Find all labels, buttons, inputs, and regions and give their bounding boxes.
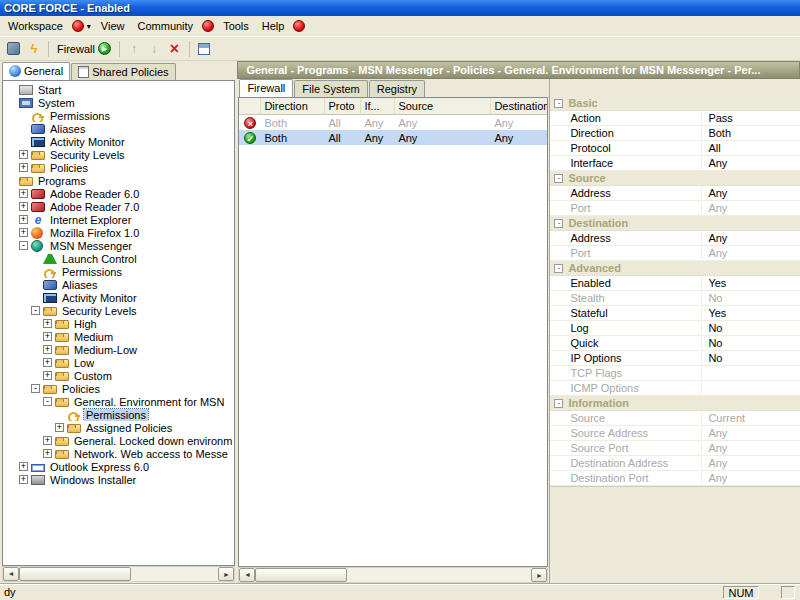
column-header-proto[interactable]: Proto	[325, 98, 361, 115]
tree-item[interactable]: -Policies	[3, 382, 234, 395]
menu-tools[interactable]: Tools	[217, 17, 255, 35]
property-row[interactable]: PortAny	[550, 246, 800, 261]
scroll-track[interactable]	[255, 568, 531, 582]
expand-icon[interactable]: +	[43, 319, 52, 328]
menu-workspace[interactable]: Workspace	[2, 17, 69, 35]
options-button[interactable]	[4, 40, 23, 57]
scroll-thumb[interactable]	[255, 568, 347, 582]
firewall-mode-button[interactable]: Firewall▶	[54, 40, 114, 57]
tree-item[interactable]: Aliases	[3, 122, 234, 135]
expand-icon[interactable]: +	[19, 202, 28, 211]
property-row[interactable]: StealthNo	[550, 291, 800, 306]
expand-icon[interactable]: +	[19, 462, 28, 471]
tab-registry[interactable]: Registry	[369, 80, 425, 97]
collapse-icon[interactable]: -	[554, 399, 563, 408]
property-group-information[interactable]: -Information	[550, 396, 800, 411]
red-status-icon[interactable]	[202, 20, 214, 32]
column-header-source[interactable]: Source	[395, 98, 491, 115]
expand-icon[interactable]: +	[43, 449, 52, 458]
property-row[interactable]: AddressAny	[550, 231, 800, 246]
red-status-icon[interactable]	[72, 20, 84, 32]
property-row[interactable]: LogNo	[550, 321, 800, 336]
tree-item[interactable]: +Assigned Policies	[3, 421, 234, 434]
property-row[interactable]: Destination AddressAny	[550, 456, 800, 471]
expand-icon[interactable]: +	[19, 228, 28, 237]
scroll-left-button[interactable]	[3, 567, 19, 581]
column-header-direction[interactable]: Direction	[261, 98, 325, 115]
expand-icon[interactable]: +	[43, 371, 52, 380]
tree-item[interactable]: Permissions	[3, 109, 234, 122]
collapse-icon[interactable]: -	[554, 219, 563, 228]
tree-item[interactable]: System	[3, 96, 234, 109]
tree-item[interactable]: +Low	[3, 356, 234, 369]
tree-item[interactable]: +Windows Installer	[3, 473, 234, 486]
property-row[interactable]: StatefulYes	[550, 306, 800, 321]
collapse-icon[interactable]: -	[43, 397, 52, 406]
expand-icon[interactable]: +	[19, 475, 28, 484]
tree-item[interactable]: Aliases	[3, 278, 234, 291]
tree-item[interactable]: +Outlook Express 6.0	[3, 460, 234, 473]
scroll-left-button[interactable]	[239, 568, 255, 582]
tree-item[interactable]: +Medium-Low	[3, 343, 234, 356]
tree-item[interactable]: +High	[3, 317, 234, 330]
tree-item[interactable]: +Internet Explorer	[3, 213, 234, 226]
property-group-source[interactable]: -Source	[550, 171, 800, 186]
tree-item[interactable]: -General. Environment for MSN	[3, 395, 234, 408]
delete-button[interactable]: ×	[165, 40, 184, 57]
scroll-right-button[interactable]	[531, 568, 547, 582]
expand-icon[interactable]: +	[43, 345, 52, 354]
property-group-destination[interactable]: -Destination	[550, 216, 800, 231]
column-header-if[interactable]: If...	[361, 98, 395, 115]
report-button[interactable]	[195, 41, 213, 57]
property-row[interactable]: ProtocolAll	[550, 141, 800, 156]
collapse-icon[interactable]: -	[31, 384, 40, 393]
tree-item[interactable]: Launch Control	[3, 252, 234, 265]
tree-item[interactable]: +Adobe Reader 7.0	[3, 200, 234, 213]
apply-button[interactable]: ϟ	[25, 39, 43, 58]
tree-item[interactable]: Activity Monitor	[3, 291, 234, 304]
tab-shared-policies[interactable]: Shared Policies	[71, 63, 175, 80]
property-row[interactable]: AddressAny	[550, 186, 800, 201]
table-horizontal-scrollbar[interactable]	[238, 567, 548, 583]
property-row[interactable]: SourceCurrent	[550, 411, 800, 426]
dropdown-arrow-icon[interactable]: ▾	[87, 22, 91, 31]
expand-icon[interactable]: +	[55, 423, 64, 432]
collapse-icon[interactable]: -	[19, 241, 28, 250]
tree-item[interactable]: Permissions	[3, 408, 234, 421]
scroll-track[interactable]	[19, 567, 218, 581]
expand-icon[interactable]: +	[43, 436, 52, 445]
column-header-icon[interactable]	[239, 98, 261, 115]
table-row[interactable]: ×BothAllAnyAnyAny	[239, 115, 547, 130]
expand-icon[interactable]: +	[43, 358, 52, 367]
tree-item[interactable]: Permissions	[3, 265, 234, 278]
tree-item[interactable]: +Network. Web access to Messe	[3, 447, 234, 460]
tree-item[interactable]: +Custom	[3, 369, 234, 382]
tab-firewall[interactable]: Firewall	[239, 79, 293, 97]
table-row[interactable]: ✓BothAllAnyAnyAny	[239, 130, 547, 145]
tree-item[interactable]: Start	[3, 83, 234, 96]
expand-icon[interactable]: +	[43, 332, 52, 341]
tree-item[interactable]: +Adobe Reader 6.0	[3, 187, 234, 200]
menu-view[interactable]: View	[95, 17, 131, 35]
expand-icon[interactable]: +	[19, 163, 28, 172]
tree-item[interactable]: +General. Locked down environm	[3, 434, 234, 447]
scroll-right-button[interactable]	[218, 567, 234, 581]
property-row[interactable]: IP OptionsNo	[550, 351, 800, 366]
red-status-icon[interactable]	[293, 20, 305, 32]
expand-icon[interactable]: +	[19, 215, 28, 224]
property-row[interactable]: QuickNo	[550, 336, 800, 351]
property-row[interactable]: ICMP Options	[550, 381, 800, 396]
tree-item[interactable]: Programs	[3, 174, 234, 187]
tab-file-system[interactable]: File System	[294, 80, 367, 97]
tree-item[interactable]: +Security Levels	[3, 148, 234, 161]
tree-horizontal-scrollbar[interactable]	[2, 566, 235, 582]
property-row[interactable]: DirectionBoth	[550, 126, 800, 141]
tree-item[interactable]: -Security Levels	[3, 304, 234, 317]
move-up-button[interactable]: ↑	[125, 40, 143, 58]
tree-item[interactable]: +Policies	[3, 161, 234, 174]
collapse-icon[interactable]: -	[554, 174, 563, 183]
tree-item[interactable]: +Mozilla Firefox 1.0	[3, 226, 234, 239]
property-group-basic[interactable]: -Basic	[550, 96, 800, 111]
property-row[interactable]: Source PortAny	[550, 441, 800, 456]
collapse-icon[interactable]: -	[554, 264, 563, 273]
